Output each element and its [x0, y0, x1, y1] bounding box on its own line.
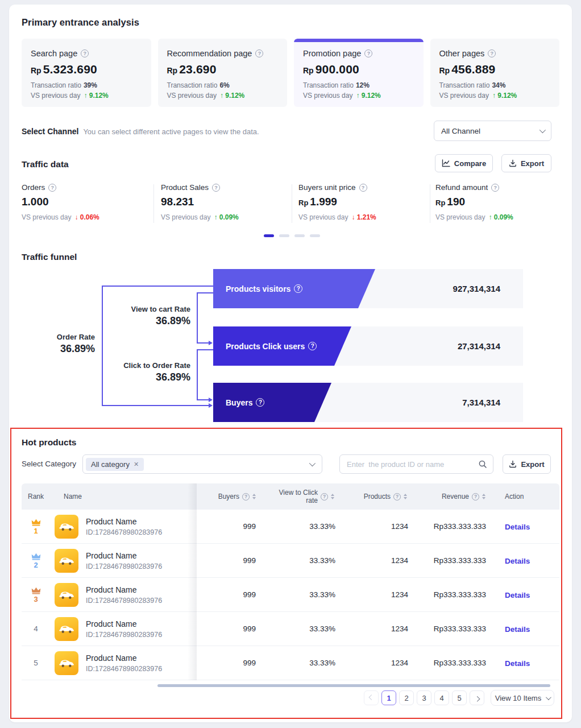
help-icon[interactable]	[212, 184, 220, 192]
carousel-dot-active[interactable]	[264, 234, 274, 237]
help-icon[interactable]	[488, 49, 496, 57]
sort-icon[interactable]	[331, 494, 334, 499]
page-size-select[interactable]: View 10 Items	[491, 690, 554, 706]
horizontal-scrollbar[interactable]	[157, 684, 550, 687]
details-link[interactable]: Details	[505, 591, 530, 599]
carousel-dot[interactable]	[279, 234, 289, 237]
table-row[interactable]: 5 Product NameID:17284678980283976 999 3…	[22, 646, 559, 680]
channel-selected-value: All Channel	[441, 127, 480, 135]
pagination-page-1[interactable]: 1	[381, 690, 396, 705]
traffic-metrics: Orders 1.000 VS previous day0.06% Produc…	[22, 183, 559, 225]
details-link[interactable]: Details	[505, 523, 530, 531]
help-icon[interactable]	[491, 184, 499, 192]
product-name: Product Name	[86, 653, 162, 663]
carousel-dot[interactable]	[294, 234, 305, 237]
help-icon[interactable]	[321, 493, 328, 500]
car-icon	[58, 590, 75, 600]
entrance-card-value: 23.690	[179, 63, 216, 76]
product-cell: Product NameID:17284678980283976	[50, 617, 188, 641]
funnel-connector-line	[102, 286, 213, 287]
header-label: Revenue	[442, 493, 469, 500]
delta-up: 9.12%	[220, 92, 244, 100]
table-row[interactable]: 1 Product NameID:17284678980283976 999 3…	[22, 510, 559, 544]
product-id: ID:17284678980283976	[86, 631, 162, 639]
funnel-stage-label: Buyers	[226, 398, 252, 407]
table-row[interactable]: 2 Product NameID:17284678980283976 999 3…	[22, 544, 559, 578]
pagination-page-2[interactable]: 2	[399, 690, 414, 705]
sort-icon[interactable]	[404, 494, 407, 499]
chevron-down-icon	[540, 127, 546, 133]
table-row[interactable]: 4 Product NameID:17284678980283976 999 3…	[22, 612, 559, 646]
rank-cell: 1	[22, 519, 50, 535]
car-icon	[58, 556, 75, 566]
help-icon[interactable]	[364, 49, 372, 57]
close-icon[interactable]	[134, 461, 139, 468]
chevron-down-icon	[309, 460, 316, 466]
details-link[interactable]: Details	[505, 557, 530, 565]
entrance-card-recommendation[interactable]: Recommendation page Rp23.690 Transaction…	[158, 39, 288, 107]
details-link[interactable]: Details	[505, 625, 530, 634]
channel-select[interactable]: All Channel	[434, 121, 551, 141]
compare-label: Compare	[454, 159, 486, 168]
help-icon[interactable]	[256, 398, 264, 407]
pagination-next-button[interactable]	[470, 690, 484, 705]
line-chart-icon	[442, 159, 450, 167]
ratio-value: 12%	[356, 81, 370, 89]
details-link[interactable]: Details	[505, 659, 530, 668]
crown-bronze-icon	[31, 587, 41, 594]
delta-up: 9.12%	[84, 92, 108, 100]
funnel-bar-click-users[interactable]: Products Click users	[213, 326, 351, 366]
divider	[292, 184, 292, 223]
header-label: View to Click rate	[272, 489, 318, 505]
sort-icon[interactable]	[482, 494, 485, 499]
product-search-input[interactable]	[347, 460, 478, 469]
help-icon[interactable]	[48, 184, 56, 192]
search-icon[interactable]	[478, 460, 487, 469]
help-icon[interactable]	[294, 284, 302, 293]
help-icon[interactable]	[472, 493, 479, 500]
table-row[interactable]: 3 Product NameID:17284678980283976 999 3…	[22, 578, 559, 612]
pagination-page-4[interactable]: 4	[434, 690, 449, 705]
compare-button[interactable]: Compare	[435, 154, 493, 172]
metric-label: Refund amount	[435, 183, 488, 192]
entrance-card-promotion[interactable]: Promotion page Rp900.000 Transaction rat…	[294, 39, 424, 107]
product-search	[339, 454, 493, 474]
hot-products-export-button[interactable]: Export	[503, 454, 551, 474]
funnel-connector-line	[197, 399, 209, 400]
pagination-prev-button[interactable]	[364, 690, 379, 705]
pagination-page-3[interactable]: 3	[417, 690, 431, 705]
product-id: ID:17284678980283976	[86, 665, 162, 673]
rank-cell: 2	[22, 553, 50, 569]
sort-icon[interactable]	[252, 494, 256, 499]
entrance-card-other[interactable]: Other pages Rp456.889 Transaction ratio3…	[430, 39, 560, 107]
entrance-card-value: 5.323.690	[43, 63, 97, 76]
traffic-export-button[interactable]: Export	[501, 154, 551, 172]
category-chip-label: All category	[91, 460, 130, 469]
pagination-page-5[interactable]: 5	[452, 690, 467, 705]
products-cell: 1234	[338, 659, 410, 667]
crown-gold-icon	[31, 519, 41, 526]
help-icon[interactable]	[255, 49, 263, 57]
chevron-left-icon	[368, 694, 374, 700]
products-cell: 1234	[338, 556, 410, 565]
funnel-bar-buyers[interactable]: Buyers	[213, 383, 331, 422]
metric-label: Product Sales	[161, 183, 209, 192]
help-icon[interactable]	[308, 342, 317, 350]
help-icon[interactable]	[242, 493, 250, 500]
entrance-card-label: Other pages	[439, 49, 485, 58]
help-icon[interactable]	[359, 184, 367, 192]
delta-up: 9.12%	[356, 92, 380, 100]
revenue-cell: Rp333.333.333	[410, 556, 489, 565]
funnel-bar-visitors[interactable]: Products visitors	[213, 269, 375, 308]
metric-value: 1.000	[22, 196, 99, 208]
metric-label: Buyers unit price	[298, 183, 356, 192]
category-select[interactable]: All category	[82, 454, 322, 474]
entrance-card-search[interactable]: Search page Rp5.323.690 Transaction rati…	[22, 39, 151, 107]
frozen-pane-shadow	[188, 483, 197, 680]
carousel-dot[interactable]	[310, 234, 320, 237]
help-icon[interactable]	[81, 49, 89, 57]
help-icon[interactable]	[393, 493, 401, 500]
header-products: Products	[338, 493, 410, 500]
ratio-value: 6%	[219, 81, 229, 89]
channel-row: Select ChannelYou can select different a…	[22, 127, 259, 136]
